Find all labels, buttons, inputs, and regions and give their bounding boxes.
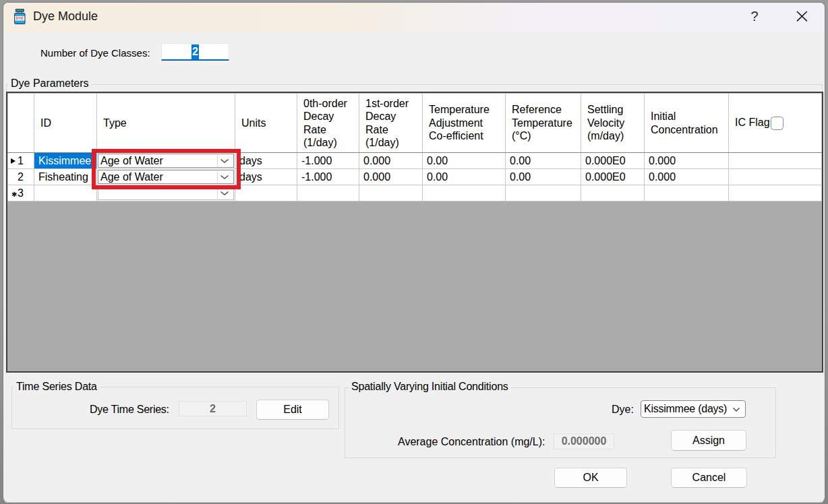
svg-text:DYE: DYE — [16, 16, 24, 20]
